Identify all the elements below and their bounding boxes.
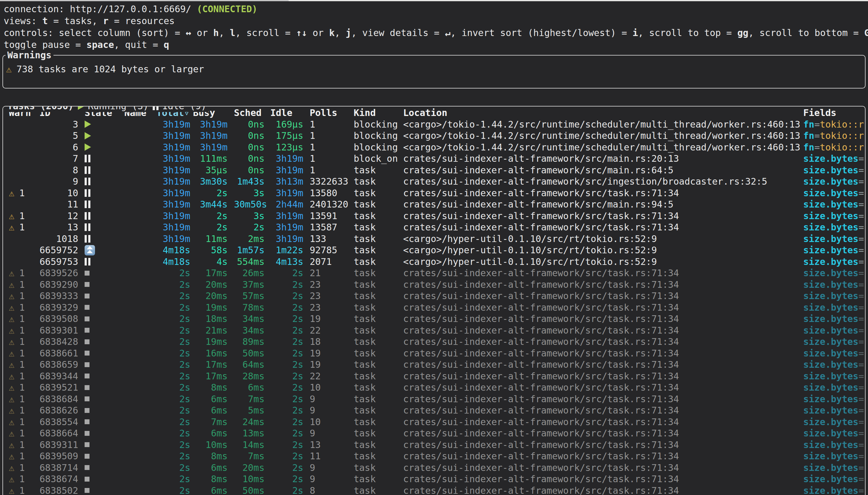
cell-kind: task bbox=[354, 279, 403, 291]
cell-total: 2s bbox=[156, 416, 193, 428]
field-key: size.bytes bbox=[803, 188, 858, 198]
field-key: size.bytes bbox=[803, 348, 858, 359]
cell-busy: 3h19m bbox=[193, 142, 234, 153]
completed-icon bbox=[85, 282, 89, 287]
warn-count: 1 bbox=[19, 393, 25, 405]
sched-duration: 34ms bbox=[243, 325, 265, 336]
idle-duration: 2s bbox=[292, 302, 303, 313]
sched-duration: 24ms bbox=[243, 416, 265, 427]
completed-icon bbox=[85, 294, 89, 298]
paused-icon bbox=[85, 201, 90, 208]
table-row[interactable]: ⚠1103h19m2s3s3h19m13580taskcrates/sui-in… bbox=[3, 187, 865, 199]
cell-id: 13 bbox=[34, 222, 78, 233]
table-row[interactable]: ⚠168395262s17ms26ms2s21taskcrates/sui-in… bbox=[3, 267, 865, 279]
table-row[interactable]: 33h19m3h19m0ns169µs1blocking<cargo>/toki… bbox=[3, 119, 865, 130]
busy-duration: 17ms bbox=[205, 371, 228, 381]
table-row[interactable]: ⚠168384282s19ms89ms2s18taskcrates/sui-in… bbox=[3, 336, 865, 347]
table-row[interactable]: ⚠168393112s10ms14ms2s13taskcrates/sui-in… bbox=[3, 439, 865, 451]
cell-total: 2s bbox=[156, 439, 193, 451]
table-row[interactable]: ⚠168393292s19ms78ms2s23taskcrates/sui-in… bbox=[3, 302, 865, 313]
cell-location: crates/sui-indexer-alt-framework/src/tas… bbox=[403, 313, 803, 325]
table-row[interactable]: ⚠168395082s18ms34ms2s19taskcrates/sui-in… bbox=[3, 313, 865, 325]
field-key: size.bytes bbox=[803, 371, 858, 381]
table-row[interactable]: 53h19m3h19m0ns175µs1blocking<cargo>/toki… bbox=[3, 130, 865, 142]
cell-name bbox=[124, 199, 156, 210]
busy-duration: 16ms bbox=[205, 348, 228, 359]
table-row[interactable]: ⚠168386262s6ms5ms2s9taskcrates/sui-index… bbox=[3, 405, 865, 416]
cell-warn: ⚠1 bbox=[3, 473, 34, 485]
cell-state bbox=[78, 199, 124, 210]
text-segment: ↑↓ bbox=[296, 28, 307, 38]
table-row[interactable]: ⚠168387142s6ms20ms2s9taskcrates/sui-inde… bbox=[3, 462, 865, 474]
cell-location: crates/sui-indexer-alt-framework/src/tas… bbox=[403, 462, 803, 474]
idle-duration: 2s bbox=[292, 325, 303, 336]
table-row[interactable]: ⚠168386592s17ms64ms2s19taskcrates/sui-in… bbox=[3, 359, 865, 371]
table-row[interactable]: ⚠168392902s20ms37ms2s23taskcrates/sui-in… bbox=[3, 279, 865, 291]
table-row[interactable]: ⚠168395212s8ms6ms2s10taskcrates/sui-inde… bbox=[3, 382, 865, 393]
cell-name bbox=[124, 405, 156, 416]
cell-id: 6838659 bbox=[34, 359, 78, 371]
window-top-edge-right bbox=[289, 0, 868, 1]
completed-icon bbox=[85, 419, 89, 424]
field-key: size.bytes bbox=[803, 485, 858, 495]
column-header-sched[interactable]: Sched bbox=[234, 107, 270, 119]
cell-warn: ⚠1 bbox=[3, 359, 34, 371]
column-header-fields[interactable]: Fields bbox=[803, 107, 865, 119]
cell-name bbox=[124, 130, 156, 142]
total-duration: 3h19m bbox=[163, 176, 190, 187]
table-row[interactable]: ⚠168385542s7ms24ms2s10taskcrates/sui-ind… bbox=[3, 416, 865, 428]
cell-id: 7 bbox=[34, 153, 78, 165]
table-row[interactable]: ⚠168393332s20ms57ms2s23taskcrates/sui-in… bbox=[3, 290, 865, 302]
column-header-kind[interactable]: Kind bbox=[354, 107, 403, 119]
table-row[interactable]: ⚠168385022s6ms50ms2s8taskcrates/sui-inde… bbox=[3, 485, 865, 495]
column-header-idle[interactable]: Idle bbox=[270, 107, 310, 119]
cell-name bbox=[124, 302, 156, 313]
running-icon bbox=[85, 121, 91, 128]
cell-id: 6839344 bbox=[34, 371, 78, 382]
tokio-console-terminal: connection: http://127.0.0.1:6669/ (CONN… bbox=[0, 0, 868, 495]
table-row[interactable]: 93h19m3m30s1m43s3h13m3322633taskcrates/s… bbox=[3, 176, 865, 187]
table-row[interactable]: ⚠1123h19m2s3s3h19m13591taskcrates/sui-in… bbox=[3, 210, 865, 222]
total-duration: 2s bbox=[179, 440, 190, 450]
column-header-location[interactable]: Location bbox=[403, 107, 803, 119]
cell-warn bbox=[3, 176, 34, 187]
idle-duration: 3h13m bbox=[276, 176, 303, 187]
table-row[interactable]: 73h19m111ms0ns3h19m1block_oncrates/sui-i… bbox=[3, 153, 865, 165]
table-row[interactable]: ⚠1133h19m2s2s3h19m13587taskcrates/sui-in… bbox=[3, 222, 865, 233]
field-value: tokio::r bbox=[820, 142, 864, 153]
cell-sched: 10ms bbox=[234, 473, 270, 485]
table-row[interactable]: ⚠168386842s6ms7ms2s9taskcrates/sui-index… bbox=[3, 393, 865, 405]
cell-location: crates/sui-indexer-alt-framework/src/tas… bbox=[403, 279, 803, 291]
table-row[interactable]: 66597524m18s58s1m57s1m22s92785task<cargo… bbox=[3, 244, 865, 256]
cell-fields: size.bytes= bbox=[803, 347, 865, 359]
table-row[interactable]: 83h19m35µs0ns3h19m1taskcrates/sui-indexe… bbox=[3, 165, 865, 176]
paused-icon bbox=[153, 106, 158, 110]
table-row[interactable]: ⚠168386612s16ms50ms2s19taskcrates/sui-in… bbox=[3, 347, 865, 359]
cell-busy: 6ms bbox=[193, 485, 234, 495]
cell-id: 8 bbox=[34, 165, 78, 176]
table-row[interactable]: ⚠168393442s17ms28ms2s22taskcrates/sui-in… bbox=[3, 371, 865, 382]
field-key: size.bytes bbox=[803, 394, 858, 404]
field-equals: = bbox=[858, 222, 864, 233]
table-row[interactable]: ⚠168386742s8ms10ms2s9taskcrates/sui-inde… bbox=[3, 473, 865, 485]
cell-busy: 2s bbox=[193, 187, 234, 199]
column-header-polls[interactable]: Polls bbox=[310, 107, 354, 119]
warning-icon: ⚠ bbox=[9, 393, 14, 405]
cell-kind: task bbox=[354, 428, 403, 439]
busy-duration: 2s bbox=[217, 188, 228, 198]
cell-polls: 13580 bbox=[310, 187, 354, 199]
tasks-panel: Tasks (2056) Running (3) Idle (9) WarnID… bbox=[2, 106, 866, 495]
table-row[interactable]: 63h19m3h19m0ns123µs1blocking<cargo>/toki… bbox=[3, 142, 865, 153]
table-row[interactable]: 113h19m3m44s30m50s2h44m2401320taskcrates… bbox=[3, 199, 865, 210]
table-row[interactable]: ⚠168393012s21ms34ms2s22taskcrates/sui-in… bbox=[3, 325, 865, 336]
cell-polls: 1 bbox=[310, 142, 354, 153]
cell-state bbox=[78, 439, 124, 451]
cell-idle: 3h19m bbox=[270, 233, 310, 245]
table-row[interactable]: 10183h19m11ms2ms3h19m133task<cargo>/hype… bbox=[3, 233, 865, 245]
cell-total: 3h19m bbox=[156, 165, 193, 176]
table-row[interactable]: ⚠168395092s8ms7ms2s11taskcrates/sui-inde… bbox=[3, 450, 865, 462]
table-row[interactable]: 66597534m18s4s554ms4m13s2071task<cargo>/… bbox=[3, 256, 865, 268]
cell-fields: size.bytes= bbox=[803, 302, 865, 313]
busy-duration: 111ms bbox=[200, 153, 228, 164]
table-row[interactable]: ⚠168386642s6ms13ms2s9taskcrates/sui-inde… bbox=[3, 428, 865, 439]
